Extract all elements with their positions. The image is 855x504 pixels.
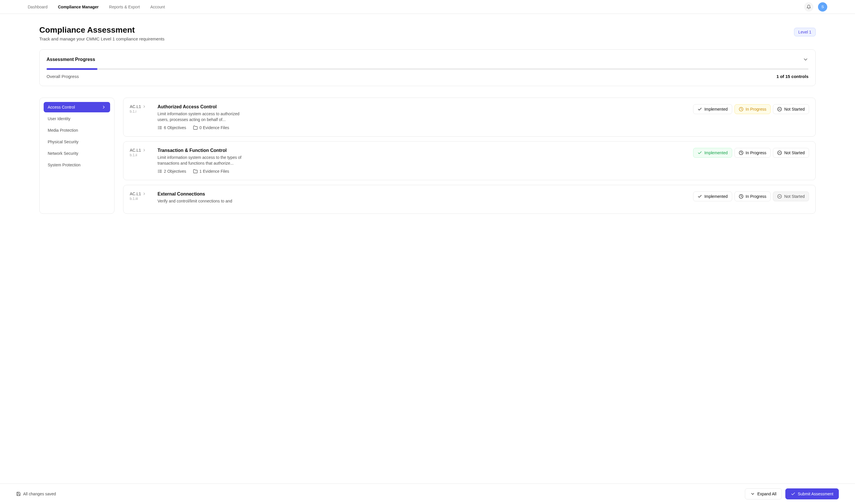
sidebar-item-access-control[interactable]: Access Control: [43, 102, 110, 112]
progress-card: Assessment Progress Overall Progress 1 o…: [39, 49, 816, 86]
sidebar-item-label: Physical Security: [48, 140, 78, 144]
status-button-label: Implemented: [704, 150, 728, 155]
control-id: AC.L1b.1.i: [130, 104, 150, 130]
control-card: AC.L1b.1.iiiExternal ConnectionsVerify a…: [123, 185, 816, 214]
controls-list: AC.L1b.1.iAuthorized Access ControlLimit…: [123, 97, 816, 214]
list-checks-icon: [158, 169, 162, 174]
body-row: Access ControlUser IdentityMedia Protect…: [39, 97, 816, 214]
collapse-progress-button[interactable]: [803, 57, 808, 62]
chevron-right-icon: [102, 105, 106, 109]
avatar[interactable]: S: [818, 2, 827, 12]
check-icon: [697, 194, 702, 199]
control-description: Limit information system access to autho…: [158, 111, 244, 123]
topbar-right: S: [804, 2, 827, 12]
page-header: Compliance Assessment Track and manage y…: [39, 25, 816, 41]
status-button-in-progress[interactable]: In Progress: [734, 192, 771, 201]
chevron-right-icon: [142, 192, 146, 196]
sidebar-item-system-protection[interactable]: System Protection: [43, 160, 110, 170]
progress-header: Assessment Progress: [47, 57, 808, 62]
chevron-right-icon: [142, 148, 146, 152]
status-button-label: In Progress: [746, 150, 767, 155]
status-button-implemented[interactable]: Implemented: [693, 104, 732, 114]
status-button-label: Implemented: [704, 194, 728, 199]
progress-label: Overall Progress: [47, 74, 79, 79]
nav-tab-reports-export[interactable]: Reports & Export: [109, 1, 140, 13]
sidebar-item-label: Media Protection: [48, 128, 78, 132]
sidebar-item-physical-security[interactable]: Physical Security: [43, 137, 110, 147]
status-button-label: Not Started: [784, 194, 805, 199]
status-button-implemented[interactable]: Implemented: [693, 192, 732, 201]
status-buttons: ImplementedIn ProgressNot Started: [693, 192, 809, 207]
page-title: Compliance Assessment: [39, 25, 164, 35]
control-id-main: AC.L1: [130, 104, 150, 109]
progress-title: Assessment Progress: [47, 57, 95, 62]
page-subtitle: Track and manage your CMMC Level 1 compl…: [39, 36, 164, 41]
chevron-right-icon: [142, 105, 146, 109]
status-button-not-started[interactable]: Not Started: [773, 104, 809, 114]
status-button-not-started[interactable]: Not Started: [773, 192, 809, 201]
minus-circle-icon: [777, 150, 782, 155]
status-button-label: Implemented: [704, 107, 728, 111]
control-body: Transaction & Function ControlLimit info…: [158, 148, 685, 174]
minus-circle-icon: [777, 194, 782, 199]
status-button-label: Not Started: [784, 107, 805, 111]
status-buttons: ImplementedIn ProgressNot Started: [693, 148, 809, 174]
sidebar-item-label: Network Security: [48, 151, 78, 156]
nav-tab-account[interactable]: Account: [150, 1, 165, 13]
status-button-in-progress[interactable]: In Progress: [734, 104, 771, 114]
sidebar-item-media-protection[interactable]: Media Protection: [43, 125, 110, 136]
sidebar: Access ControlUser IdentityMedia Protect…: [39, 97, 115, 214]
sidebar-item-user-identity[interactable]: User Identity: [43, 113, 110, 124]
control-card: AC.L1b.1.iiTransaction & Function Contro…: [123, 141, 816, 180]
control-id-main: AC.L1: [130, 192, 150, 196]
control-id-sub: b.1.iii: [130, 197, 150, 201]
control-title: Authorized Access Control: [158, 104, 685, 109]
control-title: Transaction & Function Control: [158, 148, 685, 153]
control-id-main: AC.L1: [130, 148, 150, 152]
control-card: AC.L1b.1.iAuthorized Access ControlLimit…: [123, 97, 816, 137]
control-body: External ConnectionsVerify and control/l…: [158, 192, 685, 207]
control-meta: 6 Objectives0 Evidence Files: [158, 125, 685, 130]
sidebar-item-label: System Protection: [48, 163, 81, 167]
chevron-down-icon: [803, 57, 808, 62]
status-button-implemented[interactable]: Implemented: [693, 148, 732, 158]
check-icon: [697, 150, 702, 155]
list-checks-icon: [158, 125, 162, 130]
control-meta: 2 Objectives1 Evidence Files: [158, 169, 685, 174]
objectives-meta: 2 Objectives: [158, 169, 186, 174]
check-icon: [697, 107, 702, 111]
control-description: Verify and control/limit connections to …: [158, 198, 244, 204]
nav-tab-compliance-manager[interactable]: Compliance Manager: [58, 1, 99, 13]
progress-count: 1 of 15 controls: [777, 74, 808, 79]
evidence-meta: 0 Evidence Files: [193, 125, 229, 130]
control-id-sub: b.1.i: [130, 109, 150, 113]
status-buttons: ImplementedIn ProgressNot Started: [693, 104, 809, 130]
status-button-label: In Progress: [746, 194, 767, 199]
progress-info: Overall Progress 1 of 15 controls: [47, 74, 808, 79]
control-id-sub: b.1.ii: [130, 153, 150, 157]
objectives-meta: 6 Objectives: [158, 125, 186, 130]
clock-icon: [739, 107, 744, 111]
notifications-button[interactable]: [804, 2, 814, 12]
control-description: Limit information system access to the t…: [158, 155, 244, 166]
clock-icon: [739, 194, 744, 199]
minus-circle-icon: [777, 107, 782, 111]
status-button-in-progress[interactable]: In Progress: [734, 148, 771, 158]
main-content: Compliance Assessment Track and manage y…: [0, 14, 855, 240]
sidebar-item-network-security[interactable]: Network Security: [43, 148, 110, 159]
clock-icon: [739, 150, 744, 155]
control-id: AC.L1b.1.iii: [130, 192, 150, 207]
level-badge: Level 1: [794, 28, 816, 36]
folder-icon: [193, 169, 198, 174]
progress-fill: [47, 68, 98, 70]
folder-icon: [193, 125, 198, 130]
control-body: Authorized Access ControlLimit informati…: [158, 104, 685, 130]
topbar: DashboardCompliance ManagerReports & Exp…: [0, 0, 855, 14]
sidebar-item-label: Access Control: [48, 105, 75, 109]
status-button-label: In Progress: [746, 107, 767, 111]
bell-icon: [806, 5, 811, 9]
status-button-label: Not Started: [784, 150, 805, 155]
status-button-not-started[interactable]: Not Started: [773, 148, 809, 158]
control-title: External Connections: [158, 192, 685, 197]
nav-tab-dashboard[interactable]: Dashboard: [28, 1, 48, 13]
